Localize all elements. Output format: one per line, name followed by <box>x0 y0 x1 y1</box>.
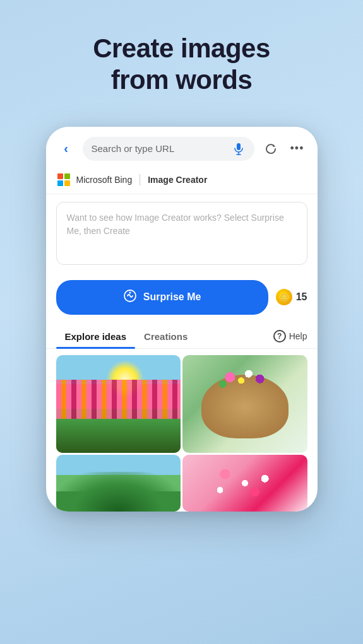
surprise-me-button[interactable]: Surprise Me <box>56 280 268 315</box>
bing-divider <box>140 174 140 185</box>
bing-name-label: Microsoft Bing <box>76 175 133 185</box>
svg-point-4 <box>129 291 131 293</box>
image-creator-label: Image Creator <box>148 175 207 185</box>
grid-image-basket[interactable] <box>182 355 307 453</box>
sun-decoration <box>106 360 144 398</box>
microsoft-logo-icon <box>57 173 70 186</box>
image-grid <box>46 349 318 512</box>
browser-bar: ‹ Search or type URL ••• <box>46 127 318 168</box>
surprise-section: Surprise Me 🪙 15 <box>46 272 318 322</box>
search-input[interactable]: Search or type URL <box>92 143 227 154</box>
phone-mockup: ‹ Search or type URL ••• <box>46 127 318 512</box>
bing-header: Microsoft Bing Image Creator <box>46 168 318 194</box>
microphone-icon[interactable] <box>232 142 246 156</box>
help-label: Help <box>289 331 307 341</box>
page-title: Create images from words <box>93 33 270 97</box>
tabs-row: Explore ideas Creations ? Help <box>46 322 318 349</box>
svg-rect-0 <box>237 143 241 150</box>
reload-button[interactable] <box>261 139 281 159</box>
back-button[interactable]: ‹ <box>56 139 76 159</box>
help-circle-icon: ? <box>273 330 286 342</box>
grid-image-forest[interactable] <box>56 455 181 512</box>
coins-count: 15 <box>296 291 307 303</box>
prompt-placeholder: Want to see how Image Creator works? Sel… <box>67 213 284 236</box>
grid-image-tulips[interactable] <box>56 355 181 453</box>
grid-image-flowers[interactable] <box>182 455 307 512</box>
search-bar[interactable]: Search or type URL <box>83 137 254 161</box>
prompt-area[interactable]: Want to see how Image Creator works? Sel… <box>56 202 307 265</box>
help-button[interactable]: ? Help <box>273 330 307 342</box>
tab-creations[interactable]: Creations <box>135 325 196 348</box>
tab-explore-ideas[interactable]: Explore ideas <box>56 325 136 348</box>
surprise-icon <box>123 289 137 306</box>
coins-badge: 🪙 15 <box>276 289 307 305</box>
surprise-me-label: Surprise Me <box>143 291 201 303</box>
more-options-button[interactable]: ••• <box>287 139 307 159</box>
coin-icon: 🪙 <box>276 289 292 305</box>
